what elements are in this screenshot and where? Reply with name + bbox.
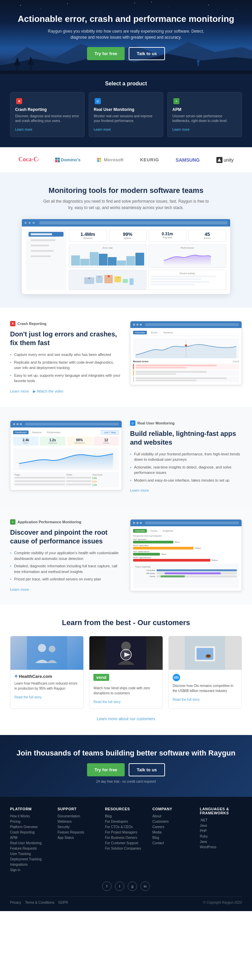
footer-link-app-status[interactable]: App Status bbox=[57, 836, 100, 840]
footer-link-contact[interactable]: Contact bbox=[152, 841, 195, 845]
footer-gdpr-link[interactable]: GDPR bbox=[59, 901, 68, 904]
svg-point-7 bbox=[197, 60, 200, 62]
footer-link-pricing[interactable]: Pricing bbox=[10, 820, 52, 823]
crash-feature-text: ✕ Crash Reporting Don't just log errors … bbox=[10, 321, 122, 393]
customer-olo-image bbox=[169, 636, 242, 670]
footer-link-about[interactable]: About bbox=[152, 814, 195, 818]
apm-feature-list: Complete visibility of your application'… bbox=[10, 550, 122, 582]
crash-learn-more-link[interactable]: Learn more bbox=[10, 389, 29, 393]
rum-name: Real User Monitoring bbox=[94, 107, 158, 112]
healthcare-text: Learn how Healthcare.com reduced errors … bbox=[14, 681, 79, 691]
crash-reporting-feature-section: ✕ Crash Reporting Don't just log errors … bbox=[0, 307, 252, 407]
footer-terms-link[interactable]: Terms & Conditions bbox=[25, 901, 54, 904]
facebook-icon[interactable]: f bbox=[102, 881, 111, 891]
rum-feature-screenshot: Dashboard Sessions Performance Last 7 da… bbox=[10, 420, 122, 490]
footer-link-blog[interactable]: Blog bbox=[105, 814, 147, 818]
healthcare-read-story[interactable]: Read the full story bbox=[14, 695, 42, 699]
screenshot-titlebar bbox=[130, 321, 242, 328]
footer-bottom-links: Privacy Terms & Conditions GDPR bbox=[10, 901, 68, 904]
product-rum: ◎ Real User Monitoring Monitor real user… bbox=[89, 92, 163, 137]
footer-link-docs[interactable]: Documentation bbox=[57, 814, 100, 818]
footer-link-careers[interactable]: Careers bbox=[152, 825, 195, 829]
footer-link-apm[interactable]: APM bbox=[10, 836, 52, 840]
apm-learn-more-link[interactable]: Learn more bbox=[10, 587, 29, 592]
footer-link-deployment-tracking[interactable]: Deployment Tracking bbox=[10, 858, 52, 861]
footer-link-ruby[interactable]: Ruby bbox=[200, 834, 242, 838]
footer-link-feature-req[interactable]: Feature Requests bbox=[57, 830, 100, 834]
footer-resources-title: RESOURCES bbox=[105, 807, 147, 811]
linkedin-icon[interactable]: in bbox=[141, 881, 150, 891]
svg-point-23 bbox=[38, 644, 46, 652]
footer-link-for-pms[interactable]: For Project Managers bbox=[105, 830, 147, 834]
customer-vend: vend Watch how Vend ships code with zero… bbox=[89, 636, 163, 709]
footer-privacy-link[interactable]: Privacy bbox=[10, 901, 21, 904]
cta-section: Join thousands of teams building better … bbox=[0, 735, 252, 797]
svg-point-18 bbox=[108, 275, 110, 277]
cta-try-free-button[interactable]: Try for free bbox=[87, 763, 125, 776]
footer-languages-title: LANGUAGES & FRAMEWORKS bbox=[200, 807, 242, 815]
footer-link-integrations[interactable]: Integrations bbox=[10, 863, 52, 866]
footer-link-for-solution[interactable]: For Solution Companies bbox=[105, 846, 147, 850]
footer-link-for-biz[interactable]: For Business Owners bbox=[105, 836, 147, 840]
olo-read-story[interactable]: Read the full story bbox=[173, 698, 200, 702]
rum-learn-more[interactable]: Learn more bbox=[94, 128, 111, 131]
footer-link-wordpress[interactable]: WordPress bbox=[200, 845, 242, 849]
crash-feature-tag: ✕ Crash Reporting bbox=[10, 321, 122, 326]
footer-link-company-blog[interactable]: Blog bbox=[152, 836, 195, 840]
github-icon[interactable]: g bbox=[128, 881, 137, 891]
footer-link-php[interactable]: PHP bbox=[200, 829, 242, 833]
footer-link-platform-overview[interactable]: Platform Overview bbox=[10, 825, 52, 829]
twitter-icon[interactable]: t bbox=[115, 881, 124, 891]
products-section: Select a product ✕ Crash Reporting Disco… bbox=[0, 74, 252, 147]
svg-point-17 bbox=[99, 277, 100, 278]
products-heading: Select a product bbox=[10, 81, 242, 87]
rum-learn-more-link[interactable]: Learn more bbox=[130, 488, 149, 492]
footer-col-company: COMPANY About Customers Careers Media Bl… bbox=[152, 807, 195, 873]
apm-screenshot-titlebar bbox=[130, 520, 242, 526]
apm-learn-more[interactable]: Learn more bbox=[172, 128, 190, 131]
crash-bullet-1: Capture every error and see exactly who … bbox=[10, 352, 122, 358]
footer-link-customers[interactable]: Customers bbox=[152, 820, 195, 823]
footer-link-dotnet[interactable]: .NET bbox=[200, 818, 242, 822]
cta-talk-button[interactable]: Talk to us bbox=[129, 763, 165, 776]
footer-link-how-it-works[interactable]: How it Works bbox=[10, 814, 52, 818]
brands-section: Coca-Cola Domino's Microsoft KEURIG SAMS… bbox=[0, 147, 252, 173]
crash-reporting-learn-more[interactable]: Learn more bbox=[15, 128, 32, 131]
footer-link-webinars[interactable]: Webinars bbox=[57, 820, 100, 823]
footer-link-feature-requests[interactable]: Feature Requests bbox=[10, 846, 52, 850]
rum-feature-text: ◎ Real User Monitoring Build reliable, l… bbox=[130, 420, 242, 493]
footer-col-languages: LANGUAGES & FRAMEWORKS .NET Java PHP Rub… bbox=[200, 807, 242, 873]
footer-link-for-ctos[interactable]: For CTOs & CEOs bbox=[105, 825, 147, 829]
footer-copyright: © Copyright Raygun 2020 bbox=[203, 901, 242, 904]
cta-note: 24 day free trial - no credit card requi… bbox=[10, 780, 242, 783]
rum-icon-el: ◎ bbox=[94, 97, 102, 105]
rum-feature-title: Build reliable, lightning-fast apps and … bbox=[130, 429, 242, 447]
apm-feature-text: ≡ Application Performance Monitoring Dis… bbox=[10, 519, 122, 592]
keurig-logo: KEURIG bbox=[140, 157, 159, 162]
footer-col-platform: PLATFORM How it Works Pricing Platform O… bbox=[10, 807, 52, 873]
healthcare-logo: ✚ HealthCare.com bbox=[14, 674, 79, 679]
talk-to-us-button[interactable]: Talk to us bbox=[129, 47, 165, 60]
footer-link-for-support[interactable]: For Customer Support bbox=[105, 841, 147, 845]
footer-link-crash-reporting[interactable]: Crash Reporting bbox=[10, 830, 52, 834]
footer-link-media[interactable]: Media bbox=[152, 830, 195, 834]
crash-watch-video-link[interactable]: ▶ Watch the video bbox=[33, 389, 63, 393]
footer-link-signin[interactable]: Sign in bbox=[10, 868, 52, 872]
footer-link-java2[interactable]: Java bbox=[200, 840, 242, 843]
all-customers-link[interactable]: Learn more about our customers bbox=[97, 716, 155, 721]
rum-screenshot-body: Dashboard Sessions Performance Last 7 da… bbox=[10, 428, 122, 490]
footer-link-rum[interactable]: Real User Monitoring bbox=[10, 841, 52, 845]
apm-name: APM bbox=[172, 107, 237, 112]
customer-healthcare: ✚ HealthCare.com Learn how Healthcare.co… bbox=[10, 636, 84, 709]
cta-title: Join thousands of teams building better … bbox=[10, 748, 242, 758]
footer-link-security[interactable]: Security bbox=[57, 825, 100, 829]
apm-feature-title: Discover and pinpoint the root cause of … bbox=[10, 528, 122, 546]
customer-vend-image bbox=[89, 636, 162, 670]
footer-link-for-devs[interactable]: For Developers bbox=[105, 820, 147, 823]
footer: PLATFORM How it Works Pricing Platform O… bbox=[0, 797, 252, 911]
try-free-button[interactable]: Try for free bbox=[87, 47, 125, 60]
customer-olo-info: olo Discover how Olo remains competitive… bbox=[169, 670, 242, 706]
footer-link-java[interactable]: Java bbox=[200, 824, 242, 827]
footer-link-user-tracking[interactable]: User Tracking bbox=[10, 852, 52, 856]
vend-read-story[interactable]: Read the full story bbox=[94, 700, 120, 704]
